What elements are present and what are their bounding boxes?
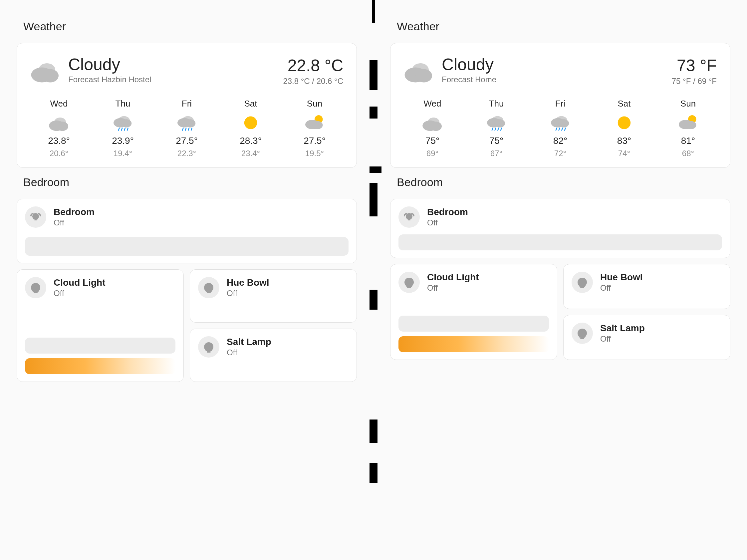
forecast-low: 69° (427, 149, 438, 158)
forecast-day[interactable]: Sun 81° 68° (668, 99, 708, 158)
forecast-high: 82° (553, 135, 567, 146)
forecast-high: 23.8° (48, 135, 70, 146)
entity-name: Bedroom (54, 207, 95, 218)
cloudy-icon (404, 57, 434, 83)
color-temp-slider[interactable] (398, 336, 549, 352)
forecast-low: 67° (490, 149, 502, 158)
cloud-light-card[interactable]: Cloud Light Off (17, 269, 184, 382)
forecast-day-name: Fri (555, 99, 565, 109)
weather-high-low: 23.8 °C / 20.6 °C (283, 77, 343, 86)
weather-card[interactable]: Cloudy Forecast Home 73 °F 75 °F / 69 °F… (390, 43, 730, 168)
entity-name: Salt Lamp (227, 337, 271, 347)
bedroom-group-card[interactable]: Bedroom Off (390, 199, 730, 258)
rainy-icon (176, 113, 198, 131)
forecast-day-name: Fri (182, 99, 192, 109)
lightbulb-icon[interactable] (572, 323, 593, 344)
forecast-day-name: Sun (307, 99, 322, 109)
forecast-high: 23.9° (112, 135, 134, 146)
panel-left: Weather Cloudy Forecast Hazbin Hostel 22… (0, 0, 374, 560)
forecast-day[interactable]: Fri 82° 72° (540, 99, 580, 158)
bedroom-section-title: Bedroom (397, 176, 730, 189)
forecast-row: Wed 23.8° 20.6° Thu 23.9° 19.4° Fri 27.5… (27, 99, 346, 158)
hue-bowl-card[interactable]: Hue Bowl Off (190, 269, 357, 323)
weather-location: Forecast Hazbin Hostel (68, 75, 151, 84)
rainy-icon (486, 113, 507, 131)
lightbulb-icon[interactable] (198, 277, 220, 298)
salt-lamp-card[interactable]: Salt Lamp Off (190, 329, 357, 382)
forecast-day[interactable]: Wed 23.8° 20.6° (39, 99, 79, 158)
weather-condition: Cloudy (68, 56, 151, 74)
partly-cloudy-icon (304, 113, 325, 131)
lightbulb-icon[interactable] (25, 277, 46, 298)
entity-name: Bedroom (427, 207, 468, 218)
brightness-slider[interactable] (398, 315, 549, 332)
weather-temperature: 22.8 °C (283, 56, 343, 75)
forecast-high: 83° (617, 135, 631, 146)
rainy-icon (112, 113, 133, 131)
sunny-icon (614, 113, 635, 131)
hue-bowl-card[interactable]: Hue Bowl Off (563, 264, 730, 309)
weather-location: Forecast Home (442, 75, 496, 84)
entity-name: Cloud Light (427, 272, 479, 283)
forecast-day[interactable]: Wed 75° 69° (412, 99, 453, 158)
entity-state: Off (227, 289, 269, 298)
forecast-low: 19.5° (305, 149, 324, 158)
entity-name: Cloud Light (54, 277, 105, 288)
forecast-row: Wed 75° 69° Thu 75° 67° Fri 82° 72° Sat … (401, 99, 720, 158)
entity-state: Off (54, 218, 95, 227)
partly-cloudy-icon (677, 113, 699, 131)
forecast-day[interactable]: Sat 28.3° 23.4° (231, 99, 271, 158)
forecast-day-name: Wed (424, 99, 441, 109)
panel-right: Weather Cloudy Forecast Home 73 °F 75 °F… (374, 0, 747, 560)
brightness-slider[interactable] (25, 237, 349, 256)
weather-condition: Cloudy (442, 56, 496, 74)
light-group-icon[interactable] (25, 206, 46, 228)
forecast-low: 72° (554, 149, 566, 158)
entity-state: Off (427, 283, 479, 292)
forecast-day[interactable]: Thu 75° 67° (476, 99, 516, 158)
forecast-day-name: Sat (244, 99, 257, 109)
forecast-low: 68° (682, 149, 694, 158)
forecast-low: 23.4° (241, 149, 260, 158)
entity-state: Off (600, 283, 643, 292)
forecast-day[interactable]: Sun 27.5° 19.5° (294, 99, 335, 158)
weather-section-title: Weather (397, 20, 730, 33)
forecast-day-name: Thu (489, 99, 504, 109)
entity-name: Hue Bowl (227, 277, 269, 288)
forecast-day-name: Sun (680, 99, 696, 109)
forecast-low: 19.4° (113, 149, 132, 158)
brightness-slider[interactable] (25, 338, 175, 354)
color-temp-slider[interactable] (25, 358, 175, 374)
salt-lamp-card[interactable]: Salt Lamp Off (563, 315, 730, 360)
weather-section-title: Weather (23, 20, 357, 33)
forecast-high: 27.5° (304, 135, 326, 146)
forecast-low: 20.6° (50, 149, 68, 158)
light-group-icon[interactable] (398, 206, 420, 228)
bedroom-group-card[interactable]: Bedroom Off (17, 199, 357, 263)
entity-state: Off (227, 348, 271, 357)
forecast-day[interactable]: Sat 83° 74° (604, 99, 644, 158)
forecast-high: 75° (426, 135, 439, 146)
cloudy-icon (422, 113, 443, 131)
lightbulb-icon[interactable] (398, 272, 420, 293)
sunny-icon (240, 113, 261, 131)
weather-temperature: 73 °F (672, 56, 717, 75)
lightbulb-icon[interactable] (198, 336, 220, 358)
forecast-day-name: Thu (115, 99, 130, 109)
entity-state: Off (427, 218, 468, 227)
forecast-day-name: Sat (618, 99, 630, 109)
forecast-day[interactable]: Fri 27.5° 22.3° (167, 99, 207, 158)
entity-name: Salt Lamp (600, 323, 645, 334)
lightbulb-icon[interactable] (572, 272, 593, 293)
forecast-day-name: Wed (50, 99, 68, 109)
forecast-high: 81° (681, 135, 695, 146)
forecast-low: 74° (618, 149, 630, 158)
cloudy-icon (30, 57, 60, 83)
weather-card[interactable]: Cloudy Forecast Hazbin Hostel 22.8 °C 23… (17, 43, 357, 168)
brightness-slider[interactable] (398, 234, 722, 250)
forecast-low: 22.3° (177, 149, 196, 158)
weather-high-low: 75 °F / 69 °F (672, 77, 717, 86)
cloud-light-card[interactable]: Cloud Light Off (390, 264, 557, 360)
forecast-day[interactable]: Thu 23.9° 19.4° (103, 99, 143, 158)
forecast-high: 75° (489, 135, 503, 146)
